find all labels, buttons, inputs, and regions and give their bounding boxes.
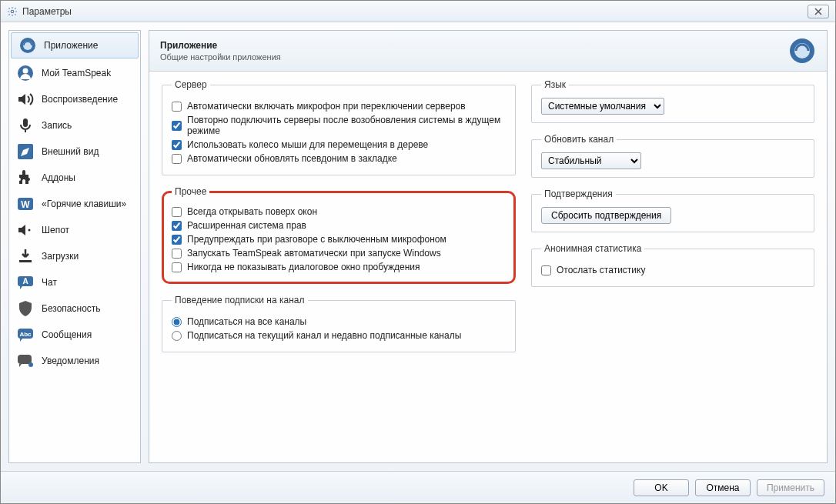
- teamspeak-icon: [788, 37, 816, 65]
- svg-text:A: A: [22, 277, 28, 285]
- other-legend: Прочее: [172, 186, 209, 197]
- sidebar-item-label: Уведомления: [42, 355, 99, 366]
- sidebar-item-myteamspeak[interactable]: Мой TeamSpeak: [9, 60, 140, 86]
- pen-icon: [15, 142, 35, 162]
- update-group: Обновить канал Стабильный: [531, 134, 814, 178]
- window-title: Параметры: [22, 6, 808, 17]
- sidebar-item-label: Мой TeamSpeak: [42, 68, 111, 78]
- subscribe-group: Поведение подписки на канал Подписаться …: [162, 295, 516, 352]
- sidebar-item-label: Сообщения: [42, 329, 92, 340]
- reset-confirmations-button[interactable]: Сбросить подтверждения: [541, 207, 671, 224]
- user-icon: [15, 63, 35, 83]
- keyboard-icon: W: [15, 194, 35, 214]
- update-legend: Обновить канал: [541, 134, 617, 145]
- sidebar-item-label: Воспроизведение: [42, 94, 118, 105]
- svg-text:Abc: Abc: [19, 331, 32, 338]
- sidebar-item-label: Внешний вид: [42, 146, 99, 157]
- rad-sub-all[interactable]: Подписаться на все каналы: [172, 316, 507, 327]
- chk-reconnect[interactable]: Повторно подключить серверы после возобн…: [172, 115, 507, 136]
- confirm-legend: Подтверждения: [541, 189, 616, 199]
- sidebar-item-label: Загрузки: [42, 251, 79, 262]
- teamspeak-icon: [18, 35, 38, 55]
- apply-button[interactable]: Применить: [757, 479, 824, 496]
- chk-no-wake-dialog[interactable]: Никогда не показывать диалоговое окно пр…: [172, 262, 506, 272]
- cancel-button[interactable]: Отмена: [695, 479, 751, 496]
- microphone-icon: [15, 115, 35, 135]
- sidebar-item-notifications[interactable]: Уведомления: [9, 348, 140, 374]
- update-combo[interactable]: Стабильный: [541, 152, 641, 169]
- chk-always-on-top[interactable]: Всегда открывать поверх окон: [172, 206, 506, 217]
- svg-rect-10: [19, 260, 32, 262]
- chk-warn-muted[interactable]: Предупреждать при разговоре с выключенны…: [172, 234, 506, 245]
- confirm-group: Подтверждения Сбросить подтверждения: [531, 189, 814, 232]
- chk-scroll-wheel[interactable]: Использовать колесо мыши для перемещения…: [172, 139, 507, 150]
- page-subtitle: Общие настройки приложения: [160, 52, 788, 62]
- svg-rect-15: [18, 355, 32, 364]
- shield-icon: [15, 299, 35, 319]
- content-panel: Приложение Общие настройки приложения Се…: [149, 30, 828, 463]
- svg-point-0: [11, 10, 14, 13]
- other-group: Прочее Всегда открывать поверх окон Расш…: [162, 186, 516, 284]
- titlebar: Параметры: [1, 1, 835, 22]
- chk-send-stats[interactable]: Отослать статистику: [541, 265, 806, 275]
- language-combo[interactable]: Системные умолчания: [541, 98, 664, 115]
- sidebar-item-playback[interactable]: Воспроизведение: [9, 86, 140, 112]
- gear-icon: [7, 6, 18, 17]
- sidebar-item-security[interactable]: Безопасность: [9, 295, 140, 322]
- sidebar-item-capture[interactable]: Запись: [9, 112, 140, 139]
- page-title: Приложение: [160, 40, 788, 51]
- content-header: Приложение Общие настройки приложения: [149, 31, 827, 72]
- anon-legend: Анонимная статистика: [541, 243, 644, 254]
- download-icon: [15, 246, 35, 266]
- svg-point-4: [23, 68, 28, 74]
- messages-icon: Abc: [15, 325, 35, 345]
- sidebar-item-application[interactable]: Приложение: [11, 32, 139, 58]
- chk-update-nickname[interactable]: Автоматически обновлять псевдоним в закл…: [172, 153, 507, 164]
- server-legend: Сервер: [172, 79, 210, 90]
- notification-icon: [15, 351, 35, 371]
- dialog-footer: OK Отмена Применить: [1, 471, 835, 503]
- language-group: Язык Системные умолчания: [531, 79, 814, 123]
- speaker-icon: [15, 89, 35, 109]
- sidebar-item-hotkeys[interactable]: W «Горячие клавиши»: [9, 191, 140, 217]
- language-legend: Язык: [541, 79, 569, 90]
- chk-auto-mic[interactable]: Автоматически включать микрофон при пере…: [172, 101, 507, 112]
- sidebar-item-label: Чат: [42, 277, 57, 288]
- sidebar-item-label: «Горячие клавиши»: [42, 199, 126, 209]
- sidebar-item-label: Запись: [42, 120, 72, 131]
- sidebar-item-messages[interactable]: Abc Сообщения: [9, 322, 140, 348]
- sidebar-item-whisper[interactable]: Шепот: [9, 217, 140, 243]
- chk-adv-permissions[interactable]: Расширенная система прав: [172, 220, 506, 231]
- rad-sub-current[interactable]: Подписаться на текущий канал и недавно п…: [172, 330, 507, 341]
- svg-rect-5: [23, 118, 28, 127]
- sidebar-item-label: Шепот: [42, 225, 69, 235]
- server-group: Сервер Автоматически включать микрофон п…: [162, 79, 516, 175]
- sidebar-item-label: Аддоны: [42, 172, 75, 183]
- sidebar-item-design[interactable]: Внешний вид: [9, 139, 140, 165]
- settings-window: Параметры Приложение Мой TeamSpeak Воспр…: [0, 0, 836, 504]
- ok-button[interactable]: OK: [634, 479, 689, 496]
- anon-group: Анонимная статистика Отослать статистику: [531, 243, 814, 287]
- puzzle-icon: [15, 168, 35, 188]
- whisper-icon: [15, 220, 35, 240]
- chat-icon: A: [15, 272, 35, 292]
- subscribe-legend: Поведение подписки на канал: [172, 295, 308, 305]
- sidebar-item-label: Безопасность: [42, 303, 101, 314]
- sidebar-item-chat[interactable]: A Чат: [9, 269, 140, 295]
- svg-point-16: [28, 362, 33, 367]
- sidebar-item-downloads[interactable]: Загрузки: [9, 243, 140, 269]
- svg-text:W: W: [21, 199, 30, 210]
- close-button[interactable]: [808, 5, 829, 18]
- sidebar-item-label: Приложение: [44, 40, 98, 51]
- chk-autostart[interactable]: Запускать TeamSpeak автоматически при за…: [172, 248, 506, 259]
- svg-point-9: [28, 229, 31, 232]
- sidebar-item-addons[interactable]: Аддоны: [9, 165, 140, 191]
- sidebar: Приложение Мой TeamSpeak Воспроизведение…: [8, 30, 141, 463]
